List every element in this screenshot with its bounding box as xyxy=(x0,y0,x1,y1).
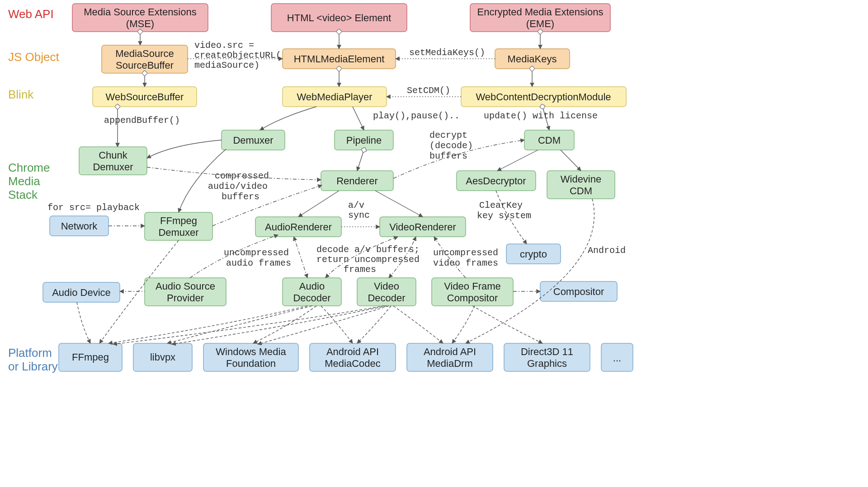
edge-decrypt: decrypt xyxy=(429,130,467,140)
svg-text:SourceBuffer: SourceBuffer xyxy=(116,60,174,71)
box-android-mediacodec: Android API MediaCodec xyxy=(310,343,396,371)
box-crypto: crypto xyxy=(506,244,561,264)
svg-text:buffers: buffers xyxy=(429,151,467,161)
svg-text:Audio Source: Audio Source xyxy=(156,281,215,292)
box-ffmpeg: FFmpeg xyxy=(59,343,122,371)
box-chunk-demuxer: Chunk Demuxer xyxy=(79,147,147,175)
svg-text:Compositor: Compositor xyxy=(447,292,498,304)
box-mediasource: MediaSource SourceBuffer xyxy=(102,45,188,73)
svg-text:buffers: buffers xyxy=(222,192,259,202)
box-libvpx: libvpx xyxy=(133,343,192,371)
edge-setcdm: SetCDM() xyxy=(407,85,450,96)
edge-uncompressed-audio: uncompressed xyxy=(224,248,289,258)
box-mediakeys: MediaKeys xyxy=(495,49,570,69)
box-audiorenderer: AudioRenderer xyxy=(255,217,341,237)
svg-text:FFmpeg: FFmpeg xyxy=(160,215,197,226)
box-ffmpeg-demuxer: FFmpeg Demuxer xyxy=(145,212,212,240)
edge-video-src: video.src = xyxy=(194,40,254,51)
layer-webapi: Web API xyxy=(8,7,54,21)
box-cdm: CDM xyxy=(524,130,574,150)
edge-clearkey: ClearKey xyxy=(479,200,523,211)
svg-text:Compositor: Compositor xyxy=(553,286,604,297)
svg-text:Direct3D 11: Direct3D 11 xyxy=(521,346,573,357)
svg-text:WebMediaPlayer: WebMediaPlayer xyxy=(297,91,372,103)
svg-text:Demuxer: Demuxer xyxy=(93,161,133,173)
svg-text:(decode): (decode) xyxy=(429,140,473,151)
svg-text:Windows Media: Windows Media xyxy=(216,346,286,357)
svg-text:VideoRenderer: VideoRenderer xyxy=(389,221,456,233)
box-more: ... xyxy=(601,343,633,371)
svg-text:(MSE): (MSE) xyxy=(126,18,154,29)
box-video-frame-compositor: Video Frame Compositor xyxy=(432,278,513,306)
svg-text:Video Frame: Video Frame xyxy=(444,281,501,292)
edge-src-playback: for src= playback xyxy=(47,202,140,213)
edge-appendbuffer: appendBuffer() xyxy=(104,115,180,126)
edge-compressed: compressed xyxy=(215,171,269,181)
svg-text:Chunk: Chunk xyxy=(99,150,128,161)
svg-text:MediaKeys: MediaKeys xyxy=(508,53,557,65)
svg-text:video frames: video frames xyxy=(433,258,498,268)
svg-text:Graphics: Graphics xyxy=(527,358,567,369)
svg-text:key system: key system xyxy=(477,211,531,221)
box-mse: Media Source Extensions (MSE) xyxy=(72,4,208,32)
layer-plat1: Platform xyxy=(8,346,52,360)
box-video-decoder: Video Decoder xyxy=(357,278,416,306)
svg-text:Renderer: Renderer xyxy=(336,175,378,187)
box-audio-decoder: Audio Decoder xyxy=(283,278,341,306)
svg-text:MediaCodec: MediaCodec xyxy=(325,358,381,369)
svg-text:a/v: a/v xyxy=(348,200,364,211)
svg-text:Decoder: Decoder xyxy=(293,292,330,304)
box-network: Network xyxy=(50,216,108,236)
svg-text:FFmpeg: FFmpeg xyxy=(72,351,109,363)
svg-text:AesDecryptor: AesDecryptor xyxy=(466,175,526,187)
svg-text:Network: Network xyxy=(61,220,98,232)
box-htmlmediaelement: HTMLMediaElement xyxy=(283,49,396,69)
layer-cms1: Chrome xyxy=(8,161,50,174)
svg-text:audio/video: audio/video xyxy=(208,181,268,192)
svg-line-93 xyxy=(357,150,364,171)
svg-text:CDM: CDM xyxy=(570,185,592,197)
svg-text:Android API: Android API xyxy=(424,346,476,357)
box-android-mediadrm: Android API MediaDrm xyxy=(407,343,493,371)
svg-text:Decoder: Decoder xyxy=(368,292,405,304)
box-direct3d: Direct3D 11 Graphics xyxy=(504,343,590,371)
box-compositor: Compositor xyxy=(540,281,617,301)
svg-text:frames: frames xyxy=(344,264,376,275)
box-wmf: Windows Media Foundation xyxy=(203,343,298,371)
svg-text:HTML <video> Element: HTML <video> Element xyxy=(287,12,391,23)
svg-text:Audio: Audio xyxy=(299,281,325,292)
box-renderer: Renderer xyxy=(321,171,393,191)
svg-text:mediaSource): mediaSource) xyxy=(194,60,259,70)
svg-text:MediaDrm: MediaDrm xyxy=(427,358,472,369)
svg-text:Android API: Android API xyxy=(326,346,379,357)
svg-text:Demuxer: Demuxer xyxy=(233,135,273,146)
box-eme: Encrypted Media Extensions (EME) xyxy=(470,4,610,32)
svg-text:AudioRenderer: AudioRenderer xyxy=(265,221,332,233)
svg-text:audio frames: audio frames xyxy=(226,258,291,268)
svg-text:return uncompressed: return uncompressed xyxy=(316,254,420,265)
svg-text:HTMLMediaElement: HTMLMediaElement xyxy=(294,53,385,65)
box-webmediaplayer: WebMediaPlayer xyxy=(283,87,387,107)
edge-android: Android xyxy=(588,245,626,256)
svg-text:(EME): (EME) xyxy=(526,18,554,29)
svg-text:Media Source Extensions: Media Source Extensions xyxy=(84,6,196,18)
svg-text:...: ... xyxy=(613,352,621,364)
svg-text:Video: Video xyxy=(374,281,399,292)
svg-text:createObjectURL(: createObjectURL( xyxy=(194,50,281,61)
svg-text:crypto: crypto xyxy=(520,248,547,260)
edge-decode: decode a/v buffers; xyxy=(316,244,420,255)
layer-plat2: or Library xyxy=(8,360,58,373)
layer-blink: Blink xyxy=(8,88,34,101)
edge-uncompressed-video: uncompressed xyxy=(433,248,498,258)
box-pipeline: Pipeline xyxy=(335,130,393,150)
box-aesdecryptor: AesDecryptor xyxy=(457,171,536,191)
edge-update-license: update() with license xyxy=(484,111,598,121)
svg-text:CDM: CDM xyxy=(538,135,561,146)
svg-text:Foundation: Foundation xyxy=(226,358,276,369)
svg-text:Encrypted Media Extensions: Encrypted Media Extensions xyxy=(477,6,604,18)
svg-text:Pipeline: Pipeline xyxy=(346,135,382,146)
svg-text:Demuxer: Demuxer xyxy=(158,227,198,238)
svg-text:libvpx: libvpx xyxy=(150,351,175,363)
box-audio-device: Audio Device xyxy=(43,282,120,302)
edge-playpause: play(),pause().. xyxy=(373,111,460,121)
